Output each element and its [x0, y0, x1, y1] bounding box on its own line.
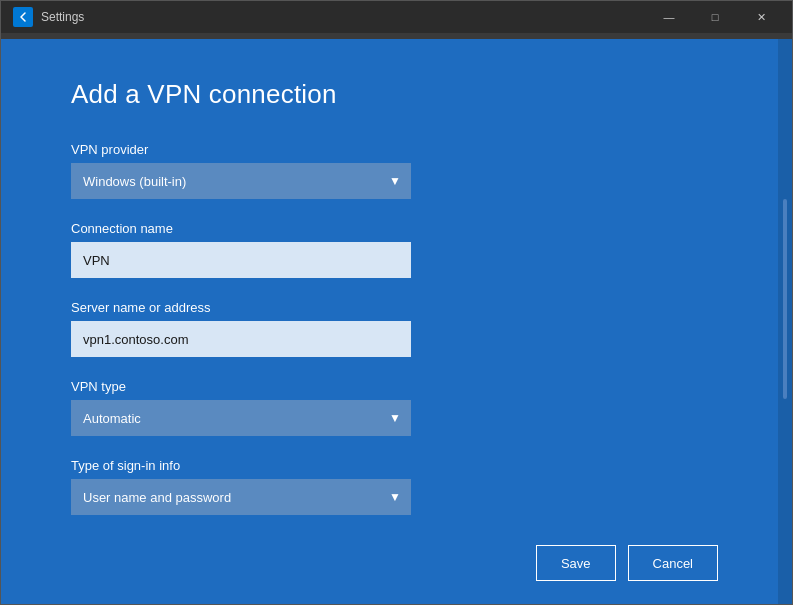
vpn-provider-group: VPN provider Windows (built-in) ▼	[71, 142, 728, 199]
server-name-label: Server name or address	[71, 300, 728, 315]
minimize-button[interactable]: —	[646, 1, 692, 33]
window-controls: — □ ✕	[646, 1, 784, 33]
cancel-button[interactable]: Cancel	[628, 545, 718, 581]
vpn-type-select-wrapper[interactable]: Automatic ▼	[71, 400, 411, 436]
connection-name-input[interactable]	[71, 242, 411, 278]
sign-in-type-group: Type of sign-in info User name and passw…	[71, 458, 728, 515]
sign-in-type-select[interactable]: User name and password	[71, 479, 411, 515]
buttons-row: Save Cancel	[71, 545, 728, 581]
main-panel: Add a VPN connection VPN provider Window…	[1, 39, 778, 604]
vpn-provider-label: VPN provider	[71, 142, 728, 157]
page-title: Add a VPN connection	[71, 79, 728, 110]
connection-name-label: Connection name	[71, 221, 728, 236]
settings-window: Settings — □ ✕ Add a VPN connection VPN …	[0, 0, 793, 605]
save-button[interactable]: Save	[536, 545, 616, 581]
vpn-provider-select-wrapper[interactable]: Windows (built-in) ▼	[71, 163, 411, 199]
window-title: Settings	[41, 10, 84, 24]
vpn-type-select[interactable]: Automatic	[71, 400, 411, 436]
close-button[interactable]: ✕	[738, 1, 784, 33]
maximize-button[interactable]: □	[692, 1, 738, 33]
vpn-type-label: VPN type	[71, 379, 728, 394]
title-bar-left: Settings	[13, 7, 84, 27]
sign-in-type-select-wrapper[interactable]: User name and password ▼	[71, 479, 411, 515]
scrollbar-area	[778, 39, 792, 604]
sign-in-type-label: Type of sign-in info	[71, 458, 728, 473]
connection-name-group: Connection name	[71, 221, 728, 278]
content-area: Add a VPN connection VPN provider Window…	[1, 39, 792, 604]
vpn-provider-select[interactable]: Windows (built-in)	[71, 163, 411, 199]
server-name-group: Server name or address	[71, 300, 728, 357]
vpn-type-group: VPN type Automatic ▼	[71, 379, 728, 436]
back-button[interactable]	[13, 7, 33, 27]
scrollbar-track[interactable]	[783, 199, 787, 399]
title-bar: Settings — □ ✕	[1, 1, 792, 33]
server-name-input[interactable]	[71, 321, 411, 357]
